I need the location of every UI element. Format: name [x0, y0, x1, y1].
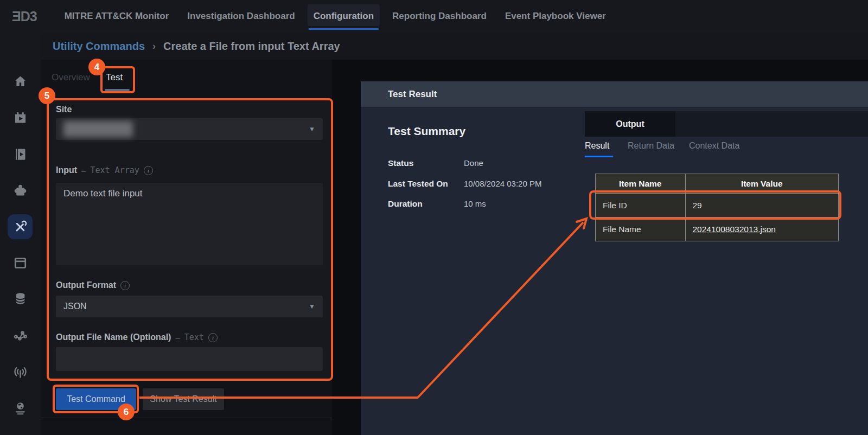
breadcrumb-utility-commands-link[interactable]: Utility Commands	[53, 40, 145, 53]
cell-file-id-name: File ID	[596, 194, 686, 218]
site-label: Site	[56, 105, 72, 114]
cell-file-id-value: 29	[685, 194, 839, 218]
table-row-file-name: File Name 20241008032013.json	[596, 218, 839, 241]
dash: –	[175, 333, 180, 342]
test-result-header: Test Result	[361, 81, 868, 107]
site-redacted-value	[63, 121, 133, 137]
d3-logo[interactable]: ƎD3	[12, 9, 37, 24]
database-icon[interactable]	[8, 286, 33, 311]
info-icon[interactable]: i	[144, 166, 153, 175]
nav-active-underline	[309, 28, 379, 30]
test-result-panel: Test Result Test Summary Status Done Las…	[361, 81, 868, 435]
output-file-name-input[interactable]	[56, 347, 323, 371]
tab-test-underline	[105, 89, 130, 91]
summary-value: 10 ms	[464, 199, 486, 208]
output-file-name-label-row: Output File Name (Optional) – Text i	[56, 332, 218, 342]
breadcrumb: Utility Commands › Create a File from in…	[41, 33, 868, 60]
cell-file-name-value: 20241008032013.json	[685, 218, 839, 241]
summary-row-duration: Duration 10 ms	[388, 199, 583, 212]
input-label-row: Input – Text Array i	[56, 165, 153, 175]
output-format-label-row: Output Format i	[56, 280, 130, 290]
file-name-link[interactable]: 20241008032013.json	[693, 225, 776, 234]
summary-label: Duration	[388, 199, 423, 209]
summary-value: Done	[464, 158, 483, 168]
globe-publish-icon[interactable]	[8, 396, 33, 421]
video-library-icon[interactable]	[8, 142, 33, 167]
info-icon[interactable]: i	[120, 281, 130, 290]
nav-item-mitre-attck-monitor[interactable]: MITRE ATT&CK Monitor	[55, 0, 178, 33]
col-header-item-name: Item Name	[596, 174, 686, 194]
output-format-select[interactable]: JSON ▼	[56, 296, 323, 317]
nav-item-configuration[interactable]: Configuration	[304, 0, 383, 33]
broadcast-icon[interactable]	[8, 360, 33, 385]
tab-test[interactable]: Test	[106, 72, 123, 83]
breadcrumb-chevron-icon: ›	[152, 41, 156, 52]
command-test-panel: Overview Test Site ▼ Input – Text Array …	[41, 60, 332, 435]
show-test-result-button[interactable]: Show Test Result	[143, 388, 224, 410]
nav-item-label: Configuration	[314, 11, 374, 22]
home-icon[interactable]	[8, 69, 33, 94]
top-nav: ƎD3 MITRE ATT&CK Monitor Investigation D…	[0, 0, 868, 33]
chevron-down-icon: ▼	[309, 303, 315, 310]
subtab-result-underline	[585, 156, 613, 157]
subtab-return-data[interactable]: Return Data	[628, 141, 674, 151]
nav-item-reporting-dashboard[interactable]: Reporting Dashboard	[383, 0, 496, 33]
input-type-hint: Text Array	[90, 165, 139, 175]
table-header-row: Item Name Item Value	[596, 174, 839, 194]
app-root: ƎD3 MITRE ATT&CK Monitor Investigation D…	[0, 0, 868, 435]
site-label-row: Site	[56, 105, 72, 114]
summary-row-last-tested: Last Tested On 10/08/2024 03:20 PM	[388, 179, 583, 192]
input-label: Input	[56, 165, 77, 175]
subtab-result[interactable]: Result	[585, 141, 609, 151]
test-command-button[interactable]: Test Command	[56, 388, 136, 410]
puzzle-icon[interactable]	[8, 178, 33, 203]
site-select[interactable]: ▼	[56, 118, 323, 140]
output-file-name-type-hint: Text	[184, 332, 204, 342]
tab-overview[interactable]: Overview	[52, 72, 90, 83]
chevron-down-icon: ▼	[309, 125, 315, 133]
calendar-icon[interactable]	[8, 250, 33, 275]
test-form: Site ▼ Input – Text Array i Demo text fi…	[48, 99, 332, 380]
tab-output[interactable]: Output	[585, 111, 675, 137]
test-summary-title: Test Summary	[388, 125, 465, 138]
output-format-label: Output Format	[56, 280, 116, 290]
dash: –	[81, 166, 86, 175]
summary-row-status: Status Done	[388, 158, 583, 171]
output-file-name-label: Output File Name (Optional)	[56, 332, 171, 342]
document-edit-icon[interactable]	[8, 433, 33, 435]
summary-label: Last Tested On	[388, 179, 448, 189]
output-format-value: JSON	[63, 302, 87, 311]
share-nodes-icon[interactable]	[8, 323, 33, 348]
left-sidebar	[0, 33, 41, 435]
tools-icon[interactable]	[8, 214, 33, 239]
col-header-item-value: Item Value	[685, 174, 839, 194]
nav-item-event-playbook-viewer[interactable]: Event Playbook Viewer	[496, 0, 615, 33]
info-icon[interactable]: i	[208, 333, 218, 342]
divider	[41, 418, 332, 418]
summary-value: 10/08/2024 03:20 PM	[464, 179, 541, 188]
table-row-file-id: File ID 29	[596, 194, 839, 218]
input-textarea[interactable]: Demo text file input	[56, 183, 323, 265]
summary-label: Status	[388, 158, 413, 168]
calendar-play-icon[interactable]	[8, 105, 33, 130]
result-table: Item Name Item Value File ID 29 File Nam…	[595, 174, 839, 241]
page-title: Create a File from input Text Array	[163, 40, 340, 53]
cell-file-name-name: File Name	[596, 218, 686, 241]
nav-item-investigation-dashboard[interactable]: Investigation Dashboard	[178, 0, 304, 33]
test-result-title: Test Result	[388, 89, 437, 100]
subtab-context-data[interactable]: Context Data	[689, 141, 739, 151]
